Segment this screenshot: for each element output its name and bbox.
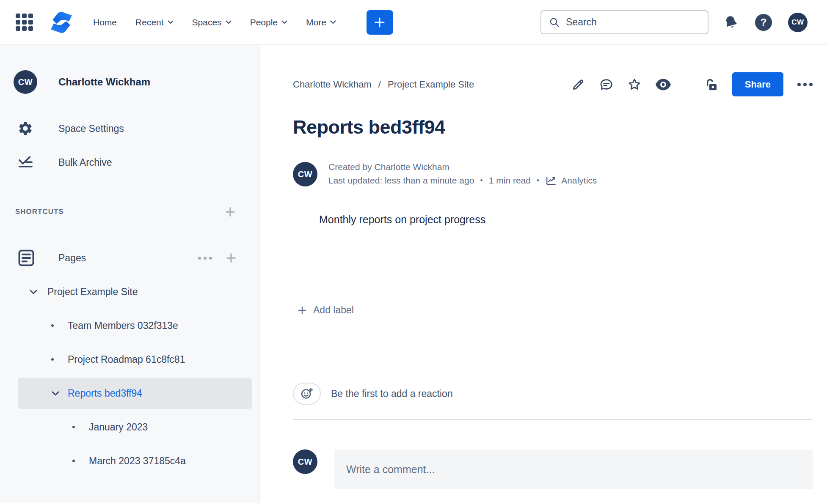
app-switcher-icon[interactable] <box>16 14 33 31</box>
sidebar-item-label: Space Settings <box>58 123 124 134</box>
tree-item-march-2023[interactable]: March 2023 37185c4a <box>0 444 259 478</box>
tree-item-label: January 2023 <box>89 422 148 433</box>
nav-home[interactable]: Home <box>93 17 117 27</box>
star-favorite-icon[interactable] <box>627 78 642 91</box>
page-more-icon[interactable] <box>797 83 813 86</box>
bullet-icon <box>71 426 76 428</box>
page-title: Reports bed3ff94 <box>293 116 813 138</box>
breadcrumb-separator: / <box>378 79 381 90</box>
tree-item-january-2023[interactable]: January 2023 <box>0 410 259 444</box>
page-content: Charlotte Wickham / Project Example Site <box>259 45 827 503</box>
watch-eye-icon[interactable] <box>656 78 671 91</box>
comment-input[interactable] <box>346 463 801 476</box>
tree-item-team-members[interactable]: Team Members 032f313e <box>0 309 259 342</box>
sidebar-item-label: Bulk Archive <box>58 157 112 168</box>
space-avatar: CW <box>14 70 37 94</box>
gear-icon <box>18 121 33 136</box>
reactions: Be the first to add a reaction <box>293 383 813 405</box>
sidebar-item-space-settings[interactable]: Space Settings <box>0 117 259 140</box>
chevron-down-icon <box>168 20 174 24</box>
search-icon <box>549 17 560 28</box>
add-shortcut-plus-icon[interactable] <box>224 205 237 218</box>
breadcrumb: Charlotte Wickham / Project Example Site <box>293 79 474 90</box>
created-by-text: Created by Charlotte Wickham <box>328 162 597 172</box>
tree-item-label: Project Example Site <box>47 286 138 298</box>
tree-item-project-example-site[interactable]: Project Example Site <box>0 275 259 309</box>
author-avatar[interactable]: CW <box>293 162 317 186</box>
analytics-chart-icon <box>545 175 557 186</box>
bullet-icon <box>71 460 76 462</box>
plus-icon <box>374 16 386 28</box>
breadcrumb-parent[interactable]: Project Example Site <box>388 79 474 90</box>
help-icon[interactable]: ? <box>755 14 772 31</box>
primary-nav: Home Recent Spaces People <box>93 17 336 27</box>
space-name: Charlotte Wickham <box>58 76 150 88</box>
shortcuts-heading: SHORTCUTS <box>15 208 64 216</box>
comment-editor: CW <box>293 449 813 489</box>
nav-more[interactable]: More <box>306 17 336 27</box>
comment-bubble-icon[interactable] <box>599 78 613 91</box>
chevron-down-icon[interactable] <box>49 391 62 396</box>
space-header[interactable]: CW Charlotte Wickham <box>0 70 259 94</box>
reaction-prompt: Be the first to add a reaction <box>331 388 453 400</box>
comments-divider <box>293 419 813 420</box>
analytics-link[interactable]: Analytics <box>545 175 597 186</box>
comment-input-box[interactable] <box>334 449 813 489</box>
nav-recent[interactable]: Recent <box>135 17 174 27</box>
unlock-icon[interactable] <box>705 77 718 92</box>
last-updated-text[interactable]: Last updated: less than a minute ago <box>328 175 474 186</box>
pages-label: Pages <box>58 252 198 264</box>
bullet-icon <box>50 358 55 361</box>
tree-item-label: March 2023 37185c4a <box>89 455 186 467</box>
add-reaction-button[interactable] <box>293 383 321 405</box>
smiley-add-icon <box>300 387 313 400</box>
add-page-plus-icon[interactable] <box>225 252 237 264</box>
chevron-down-icon <box>226 20 232 24</box>
breadcrumb-space[interactable]: Charlotte Wickham <box>293 79 372 90</box>
commenter-avatar: CW <box>293 449 317 474</box>
tree-item-project-roadmap[interactable]: Project Roadmap 61c8fc81 <box>0 342 259 376</box>
tree-item-label: Team Members 032f313e <box>68 320 178 331</box>
bulk-archive-icon <box>18 155 33 170</box>
bullet-icon <box>50 324 55 327</box>
notifications-bell-icon[interactable] <box>721 12 741 32</box>
tree-item-reports-selected[interactable]: Reports bed3ff94 <box>18 378 252 409</box>
user-avatar[interactable]: CW <box>788 13 808 32</box>
edit-pencil-icon[interactable] <box>571 78 585 91</box>
search-input[interactable] <box>566 16 700 28</box>
sidebar-item-bulk-archive[interactable]: Bulk Archive <box>0 151 259 174</box>
plus-icon <box>297 305 307 315</box>
nav-people[interactable]: People <box>250 17 287 27</box>
pages-document-icon <box>17 249 36 267</box>
chevron-down-icon <box>330 20 336 24</box>
page-body-text: Monthly reports on project progress <box>293 214 813 226</box>
confluence-logo-icon[interactable] <box>49 11 74 34</box>
share-button[interactable]: Share <box>732 72 783 96</box>
tree-item-label: Project Roadmap 61c8fc81 <box>68 354 185 365</box>
nav-spaces[interactable]: Spaces <box>192 17 232 27</box>
add-label-button[interactable]: Add label <box>293 304 813 316</box>
chevron-down-icon[interactable] <box>27 290 40 294</box>
pages-more-icon[interactable] <box>198 257 212 260</box>
sidebar-pages-header[interactable]: Pages <box>0 241 259 275</box>
top-navigation: Home Recent Spaces People <box>0 0 827 45</box>
space-sidebar: CW Charlotte Wickham Space Settings Bulk… <box>0 45 259 503</box>
chevron-down-icon <box>281 20 287 24</box>
add-label-text: Add label <box>313 304 354 316</box>
create-button[interactable] <box>367 10 393 35</box>
page-tree: Project Example Site Team Members 032f31… <box>0 275 259 478</box>
analytics-label: Analytics <box>561 175 597 186</box>
read-time-text: 1 min read <box>489 175 531 186</box>
byline: CW Created by Charlotte Wickham Last upd… <box>293 162 813 186</box>
search-box[interactable] <box>540 10 708 34</box>
tree-item-label: Reports bed3ff94 <box>68 388 142 399</box>
